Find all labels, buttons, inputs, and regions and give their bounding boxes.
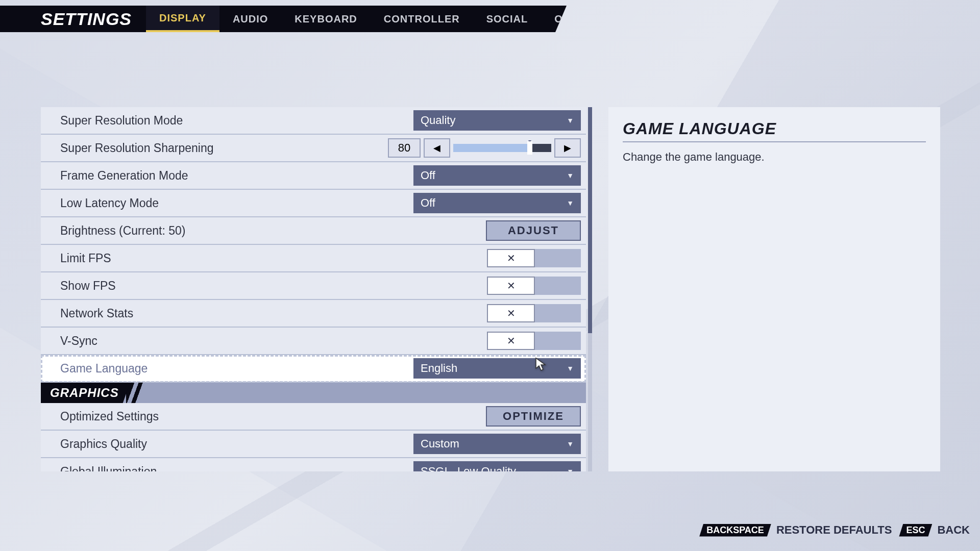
toggle-on[interactable] bbox=[535, 277, 581, 295]
row-graphics-quality[interactable]: Graphics Quality Custom ▼ bbox=[41, 431, 586, 458]
slider-fill bbox=[453, 144, 530, 152]
toggle-limit-fps[interactable]: ✕ bbox=[487, 249, 581, 267]
key-badge-esc: ESC bbox=[899, 524, 932, 537]
toggle-off[interactable]: ✕ bbox=[487, 277, 535, 295]
dropdown-value: SSGI - Low Quality bbox=[421, 465, 516, 471]
info-panel: GAME LANGUAGE Change the game language. bbox=[608, 107, 940, 471]
row-super-resolution-sharpening[interactable]: Super Resolution Sharpening 80 ◀ ▾ ▶ bbox=[41, 135, 586, 162]
info-title: GAME LANGUAGE bbox=[623, 119, 926, 142]
slider-track[interactable]: ▾ bbox=[453, 144, 551, 152]
slider-decrement-button[interactable]: ◀ bbox=[424, 138, 450, 158]
setting-label: Limit FPS bbox=[60, 252, 487, 265]
tab-social[interactable]: SOCIAL bbox=[473, 6, 542, 32]
chevron-down-icon: ▼ bbox=[567, 440, 574, 448]
dropdown-graphics-quality[interactable]: Custom ▼ bbox=[413, 434, 581, 454]
setting-label: Network Stats bbox=[60, 307, 487, 320]
setting-label: Frame Generation Mode bbox=[60, 169, 413, 183]
dropdown-game-language[interactable]: English ▼ bbox=[413, 358, 581, 379]
restore-defaults-hint[interactable]: BACKSPACE RESTORE DEFAULTS bbox=[699, 523, 892, 537]
footer: BACKSPACE RESTORE DEFAULTS ESC BACK bbox=[699, 523, 970, 537]
row-super-resolution-mode[interactable]: Super Resolution Mode Quality ▼ bbox=[41, 107, 586, 135]
slider-handle[interactable] bbox=[527, 141, 532, 155]
dropdown-frame-generation[interactable]: Off ▼ bbox=[413, 165, 581, 186]
row-global-illumination[interactable]: Global Illumination SSGI - Low Quality ▼ bbox=[41, 458, 586, 471]
dropdown-super-resolution-mode[interactable]: Quality ▼ bbox=[413, 110, 581, 131]
dropdown-value: Quality bbox=[421, 114, 455, 127]
dropdown-value: English bbox=[421, 362, 457, 375]
setting-label: Brightness (Current: 50) bbox=[60, 224, 486, 238]
toggle-on[interactable] bbox=[535, 249, 581, 267]
dropdown-value: Off bbox=[421, 169, 435, 182]
toggle-show-fps[interactable]: ✕ bbox=[487, 277, 581, 295]
row-optimized-settings[interactable]: Optimized Settings OPTIMIZE bbox=[41, 403, 586, 431]
dropdown-value: Off bbox=[421, 196, 435, 210]
chevron-down-icon: ▼ bbox=[567, 467, 574, 471]
setting-label: Super Resolution Sharpening bbox=[60, 141, 388, 155]
settings-list: Super Resolution Mode Quality ▼ Super Re… bbox=[41, 107, 586, 471]
section-header-graphics: GRAPHICS bbox=[41, 383, 586, 403]
back-hint[interactable]: ESC BACK bbox=[899, 523, 970, 537]
slider-remaining bbox=[530, 144, 551, 152]
setting-label: Game Language bbox=[60, 362, 413, 375]
tab-display[interactable]: DISPLAY bbox=[146, 6, 219, 32]
setting-label: Graphics Quality bbox=[60, 437, 413, 451]
chevron-down-icon: ▼ bbox=[567, 199, 574, 207]
chevron-down-icon: ▼ bbox=[567, 364, 574, 372]
dropdown-low-latency[interactable]: Off ▼ bbox=[413, 193, 581, 213]
slider-increment-button[interactable]: ▶ bbox=[554, 138, 581, 158]
footer-label: RESTORE DEFAULTS bbox=[776, 523, 892, 537]
toggle-off[interactable]: ✕ bbox=[487, 304, 535, 322]
setting-label: Super Resolution Mode bbox=[60, 114, 413, 128]
setting-label: V-Sync bbox=[60, 334, 487, 348]
header-bar: SETTINGS DISPLAY AUDIO KEYBOARD CONTROLL… bbox=[0, 6, 567, 32]
slider-value: 80 bbox=[388, 138, 421, 158]
toggle-vsync[interactable]: ✕ bbox=[487, 332, 581, 350]
row-frame-generation-mode[interactable]: Frame Generation Mode Off ▼ bbox=[41, 162, 586, 190]
toggle-network-stats[interactable]: ✕ bbox=[487, 304, 581, 322]
x-icon: ✕ bbox=[507, 252, 516, 264]
toggle-off[interactable]: ✕ bbox=[487, 332, 535, 350]
row-vsync[interactable]: V-Sync ✕ bbox=[41, 328, 586, 355]
row-game-language[interactable]: Game Language English ▼ bbox=[41, 355, 586, 383]
x-icon: ✕ bbox=[507, 335, 516, 347]
info-body: Change the game language. bbox=[623, 149, 926, 165]
settings-column: Super Resolution Mode Quality ▼ Super Re… bbox=[41, 107, 592, 471]
page-title: SETTINGS bbox=[0, 6, 146, 32]
row-brightness[interactable]: Brightness (Current: 50) ADJUST bbox=[41, 217, 586, 245]
setting-label: Low Latency Mode bbox=[60, 196, 413, 210]
row-network-stats[interactable]: Network Stats ✕ bbox=[41, 300, 586, 328]
section-label: GRAPHICS bbox=[41, 383, 130, 403]
key-badge-backspace: BACKSPACE bbox=[699, 524, 771, 537]
dropdown-value: Custom bbox=[421, 437, 459, 450]
slider-sharpening: 80 ◀ ▾ ▶ bbox=[388, 138, 581, 158]
setting-label: Show FPS bbox=[60, 279, 487, 293]
section-slash-decoration bbox=[126, 383, 146, 403]
adjust-brightness-button[interactable]: ADJUST bbox=[486, 220, 581, 241]
setting-label: Optimized Settings bbox=[60, 410, 486, 423]
toggle-on[interactable] bbox=[535, 304, 581, 322]
tab-keyboard[interactable]: KEYBOARD bbox=[281, 6, 370, 32]
x-icon: ✕ bbox=[507, 307, 516, 319]
dropdown-global-illumination[interactable]: SSGI - Low Quality ▼ bbox=[413, 461, 581, 471]
x-icon: ✕ bbox=[507, 280, 516, 292]
chevron-down-icon: ▼ bbox=[567, 116, 574, 124]
scrollbar-thumb[interactable] bbox=[588, 107, 592, 333]
row-low-latency-mode[interactable]: Low Latency Mode Off ▼ bbox=[41, 190, 586, 217]
tab-audio[interactable]: AUDIO bbox=[219, 6, 281, 32]
footer-label: BACK bbox=[937, 523, 970, 537]
chevron-down-icon: ▼ bbox=[567, 171, 574, 180]
row-limit-fps[interactable]: Limit FPS ✕ bbox=[41, 245, 586, 272]
toggle-off[interactable]: ✕ bbox=[487, 249, 535, 267]
toggle-on[interactable] bbox=[535, 332, 581, 350]
scrollbar[interactable] bbox=[588, 107, 592, 471]
setting-label: Global Illumination bbox=[60, 465, 413, 472]
row-show-fps[interactable]: Show FPS ✕ bbox=[41, 272, 586, 300]
tab-controller[interactable]: CONTROLLER bbox=[371, 6, 473, 32]
main-content: Super Resolution Mode Quality ▼ Super Re… bbox=[41, 107, 940, 471]
optimize-button[interactable]: OPTIMIZE bbox=[486, 406, 581, 427]
